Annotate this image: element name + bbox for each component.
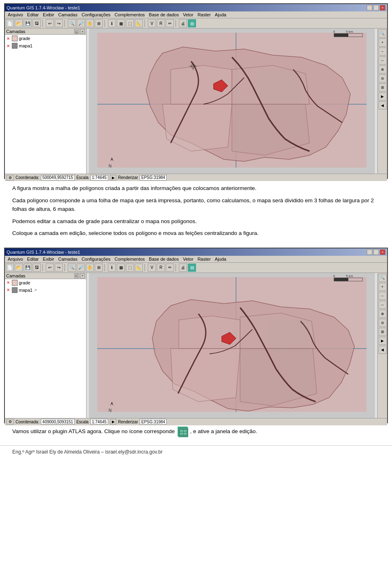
tb-undo-1[interactable]: ↩ bbox=[46, 19, 54, 27]
tb-measure-2[interactable]: 📐 bbox=[135, 264, 143, 272]
minimize-btn-2[interactable]: − bbox=[367, 249, 372, 255]
close-btn-1[interactable]: × bbox=[380, 5, 385, 11]
rt-btn2-1[interactable]: + bbox=[379, 38, 387, 47]
rt-btn8-1[interactable]: ▶ bbox=[379, 92, 387, 101]
menu-exibir-1[interactable]: Exibir bbox=[41, 12, 56, 18]
layers-close-1[interactable]: × bbox=[80, 29, 85, 34]
rt-btn9-1[interactable]: ◀ bbox=[379, 101, 387, 110]
tb-deselect-2[interactable]: ⬚ bbox=[126, 264, 134, 272]
rt-btn1-2[interactable]: 🔍 bbox=[379, 274, 387, 282]
rt-btn5-2[interactable]: ⊕ bbox=[379, 310, 387, 318]
atlas-plugin-icon[interactable] bbox=[178, 427, 187, 436]
tb-edit-2[interactable]: ✏ bbox=[166, 264, 174, 272]
layer-cb-grade-2[interactable]: ✕ bbox=[7, 280, 11, 285]
rt-btn6-2[interactable]: ⊖ bbox=[379, 319, 387, 327]
tb-measure-1[interactable]: 📐 bbox=[135, 19, 143, 27]
render-icon-2[interactable]: ▶ bbox=[110, 419, 116, 425]
tb-undo-2[interactable]: ↩ bbox=[46, 264, 54, 272]
tb-redo-2[interactable]: ↪ bbox=[55, 264, 63, 272]
menu-comp-2[interactable]: Complementos bbox=[113, 256, 147, 262]
tb-addrast-1[interactable]: R bbox=[157, 19, 165, 27]
render-icon-1[interactable]: ▶ bbox=[110, 175, 116, 181]
menu-base-1[interactable]: Base de dados bbox=[147, 12, 181, 18]
tb-select-1[interactable]: ▦ bbox=[117, 19, 125, 27]
rt-btn3-1[interactable]: − bbox=[379, 47, 387, 56]
rt-btn4-1[interactable]: ↔ bbox=[379, 56, 387, 65]
rt-btn4-2[interactable]: ↔ bbox=[379, 301, 387, 309]
close-btn-2[interactable]: × bbox=[380, 249, 385, 255]
menu-camadas-2[interactable]: Camadas bbox=[56, 256, 80, 262]
layer-cb-grade-1[interactable]: ✕ bbox=[7, 36, 11, 41]
menu-vetor-1[interactable]: Vetor bbox=[181, 12, 196, 18]
menu-raster-1[interactable]: Raster bbox=[196, 12, 213, 18]
tb-atlas-2[interactable]: ▤ bbox=[188, 264, 196, 272]
tb-zoomin-2[interactable]: 🔍 bbox=[68, 264, 76, 272]
rt-btn7-2[interactable]: ⊞ bbox=[379, 328, 387, 336]
tb-zoomin-1[interactable]: 🔍 bbox=[68, 19, 76, 27]
tb-addvec-1[interactable]: V bbox=[148, 19, 156, 27]
minimize-btn-1[interactable]: − bbox=[367, 5, 372, 11]
tb-print-1[interactable]: 🖨 bbox=[179, 19, 187, 27]
tb-identify-1[interactable]: ℹ bbox=[108, 19, 116, 27]
tb-zoomout-2[interactable]: 🔎 bbox=[77, 264, 85, 272]
tb-save-2[interactable]: 💾 bbox=[24, 264, 32, 272]
layer-icon-mapa1-2 bbox=[12, 287, 18, 293]
maximize-btn-1[interactable]: □ bbox=[373, 5, 379, 11]
menu-raster-2[interactable]: Raster bbox=[196, 256, 213, 262]
map-canvas-1: 5 km 0 N bbox=[87, 29, 377, 174]
menu-editar-2[interactable]: Editar bbox=[25, 256, 41, 262]
rt-btn7-1[interactable]: ⊞ bbox=[379, 83, 387, 92]
tb-saveas-1[interactable]: 🖫 bbox=[33, 19, 41, 27]
rt-btn8-2[interactable]: ▶ bbox=[379, 337, 387, 345]
menu-comp-1[interactable]: Complementos bbox=[113, 12, 147, 18]
tb-save-1[interactable]: 💾 bbox=[24, 19, 32, 27]
maximize-btn-2[interactable]: □ bbox=[373, 249, 379, 255]
layers-close-2[interactable]: × bbox=[80, 273, 85, 278]
tb-sep2-2 bbox=[65, 264, 66, 271]
tb-open-1[interactable]: 📂 bbox=[15, 19, 23, 27]
tb-pan-1[interactable]: ✋ bbox=[86, 19, 94, 27]
menu-config-1[interactable]: Configurações bbox=[80, 12, 113, 18]
layer-item-grade-1[interactable]: ✕ grade bbox=[5, 35, 86, 42]
tb-atlas-1[interactable]: ▤ bbox=[188, 19, 196, 27]
menu-ajuda-1[interactable]: Ajuda bbox=[213, 12, 228, 18]
layer-item-grade-2[interactable]: ✕ grade bbox=[5, 279, 86, 286]
tb-fullext-1[interactable]: ⊞ bbox=[95, 19, 103, 27]
tb-deselect-1[interactable]: ⬚ bbox=[126, 19, 134, 27]
tb-saveas-2[interactable]: 🖫 bbox=[33, 264, 41, 272]
tb-new-2[interactable]: 📄 bbox=[6, 264, 14, 272]
menu-vetor-2[interactable]: Vetor bbox=[181, 256, 196, 262]
tb-addrast-2[interactable]: R bbox=[157, 264, 165, 272]
tb-addvec-2[interactable]: V bbox=[148, 264, 156, 272]
menu-ajuda-2[interactable]: Ajuda bbox=[213, 256, 228, 262]
tb-zoomout-1[interactable]: 🔎 bbox=[77, 19, 85, 27]
tb-edit-1[interactable]: ✏ bbox=[166, 19, 174, 27]
menu-camadas-1[interactable]: Camadas bbox=[56, 12, 80, 18]
rt-btn3-2[interactable]: − bbox=[379, 292, 387, 300]
rt-btn2-2[interactable]: + bbox=[379, 283, 387, 291]
tb-select-2[interactable]: ▦ bbox=[117, 264, 125, 272]
rt-btn9-2[interactable]: ◀ bbox=[379, 346, 387, 354]
menu-config-2[interactable]: Configurações bbox=[80, 256, 113, 262]
tb-open-2[interactable]: 📂 bbox=[15, 264, 23, 272]
layer-item-mapa1-1[interactable]: ✕ mapa1 bbox=[5, 42, 86, 49]
menu-arquivo-1[interactable]: Arquivo bbox=[6, 12, 25, 18]
tb-new-1[interactable]: 📄 bbox=[6, 19, 14, 27]
menu-editar-1[interactable]: Editar bbox=[25, 12, 41, 18]
menu-arquivo-2[interactable]: Arquivo bbox=[6, 256, 25, 262]
rt-btn6-1[interactable]: ⊖ bbox=[379, 74, 387, 83]
rt-btn1-1[interactable]: 🔍 bbox=[379, 29, 387, 38]
tb-print-2[interactable]: 🖨 bbox=[179, 264, 187, 272]
tb-redo-1[interactable]: ↪ bbox=[55, 19, 63, 27]
menu-base-2[interactable]: Base de dados bbox=[147, 256, 181, 262]
rt-btn5-1[interactable]: ⊕ bbox=[379, 65, 387, 74]
layer-cb-mapa1-1[interactable]: ✕ bbox=[7, 44, 11, 48]
layers-float-2[interactable]: ◱ bbox=[74, 273, 79, 278]
tb-pan-2[interactable]: ✋ bbox=[86, 264, 94, 272]
tb-fullext-2[interactable]: ⊞ bbox=[95, 264, 103, 272]
layers-float-1[interactable]: ◱ bbox=[74, 29, 79, 34]
layer-item-mapa1-2[interactable]: ✕ mapa1 ↗ bbox=[5, 286, 86, 294]
tb-identify-2[interactable]: ℹ bbox=[108, 264, 116, 272]
layer-cb-mapa1-2[interactable]: ✕ bbox=[7, 288, 11, 292]
menu-exibir-2[interactable]: Exibir bbox=[41, 256, 56, 262]
